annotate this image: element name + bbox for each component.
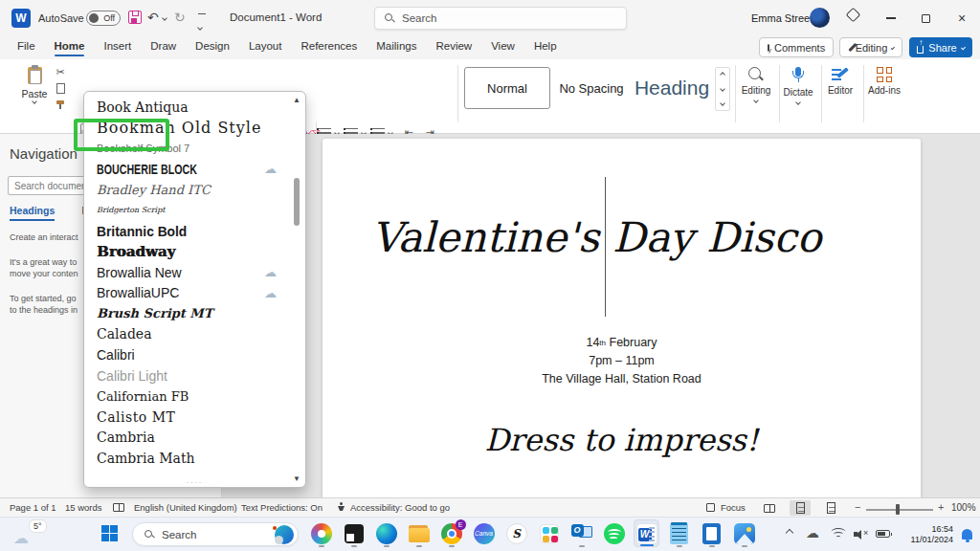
font-option[interactable]: Bradley Hand ITC <box>84 179 305 200</box>
start-button[interactable] <box>101 525 118 541</box>
font-option[interactable]: BOUCHERIE BLOCK☁ <box>84 159 305 180</box>
editing-mode-button[interactable]: Editing <box>839 37 902 57</box>
font-option[interactable]: Britannic Bold <box>84 221 305 242</box>
taskbar-app-dark-app-icon[interactable] <box>341 519 367 547</box>
share-button[interactable]: Share <box>909 37 972 57</box>
taskbar-app-photos-icon[interactable] <box>731 519 757 547</box>
onedrive-icon[interactable]: ☁ <box>806 525 819 540</box>
tab-design[interactable]: Design <box>186 36 239 57</box>
undo-icon[interactable]: ↶ <box>147 10 159 25</box>
taskbar-app-word-icon[interactable]: W <box>634 519 659 547</box>
battery-icon[interactable] <box>876 530 890 538</box>
read-mode-icon[interactable] <box>759 500 780 516</box>
taskbar-app-substack-icon[interactable]: S <box>503 519 529 547</box>
zoom-out-icon[interactable]: − <box>855 501 860 513</box>
styles-gallery-arrows[interactable] <box>715 67 730 111</box>
taskbar-app-docs-icon[interactable] <box>699 519 724 547</box>
word-count[interactable]: 15 words <box>65 502 102 513</box>
tab-help[interactable]: Help <box>524 36 567 57</box>
tab-home[interactable]: Home <box>45 36 95 57</box>
print-layout-icon[interactable] <box>790 500 811 516</box>
style-no-spacing[interactable]: No Spacing <box>555 67 628 109</box>
font-option[interactable]: Browallia New☁ <box>84 262 305 283</box>
zoom-in-icon[interactable]: + <box>938 501 944 513</box>
font-option[interactable]: Calisto MT <box>84 407 305 428</box>
tab-layout[interactable]: Layout <box>239 36 292 57</box>
text-predictions[interactable]: Text Predictions: On <box>241 502 323 513</box>
save-icon[interactable] <box>128 11 142 24</box>
font-option[interactable]: Book Antiqua <box>84 97 305 118</box>
web-layout-icon[interactable] <box>820 500 841 516</box>
undo-chevron-icon[interactable] <box>162 15 167 21</box>
autosave-toggle[interactable]: Off <box>86 11 121 26</box>
cut-icon[interactable]: ✂ <box>56 67 64 77</box>
format-painter-icon[interactable] <box>56 99 65 109</box>
zoom-slider[interactable] <box>866 509 933 511</box>
search-input[interactable]: Search <box>374 7 627 30</box>
style-normal[interactable]: Normal <box>464 67 550 109</box>
font-option[interactable]: Cambria Math <box>84 448 305 469</box>
taskbar-app-explorer-icon[interactable] <box>406 519 432 547</box>
taskbar-app-chrome-icon[interactable]: E <box>438 519 464 547</box>
zoom-level[interactable]: 100% <box>951 502 976 513</box>
dropdown-scrollbar[interactable]: ▲ ▼ <box>291 96 302 483</box>
style-heading[interactable]: Heading <box>630 67 714 109</box>
taskbar-app-edge-icon[interactable] <box>373 519 399 547</box>
paste-button[interactable]: Paste <box>17 65 52 121</box>
clock[interactable]: 16:54 11/01/2024 <box>911 524 953 544</box>
restore-button[interactable] <box>911 8 940 29</box>
font-option[interactable]: Cambria <box>84 428 305 449</box>
font-option[interactable]: Calibri <box>84 344 305 365</box>
taskbar-app-slack-icon[interactable] <box>536 519 562 547</box>
font-option[interactable]: Californian FB <box>84 386 305 407</box>
taskbar-app-paint-icon[interactable] <box>308 519 334 547</box>
scrollbar-thumb[interactable] <box>294 178 300 226</box>
tab-draw[interactable]: Draw <box>141 36 186 57</box>
tab-mailings[interactable]: Mailings <box>367 36 426 57</box>
minimize-button[interactable] <box>877 8 905 29</box>
comments-button[interactable]: Comments <box>759 37 834 57</box>
taskbar-search-input[interactable]: Search <box>132 522 299 546</box>
taskbar-app-canva-icon[interactable]: Canva <box>471 519 497 547</box>
nav-tab-headings[interactable]: Headings <box>10 205 55 221</box>
notifications-bell-icon[interactable] <box>962 529 972 540</box>
editor-button[interactable]: Editor <box>819 67 861 96</box>
user-name[interactable]: Emma Street <box>751 12 813 24</box>
font-option[interactable]: Bridgerton Script <box>84 200 305 221</box>
avatar[interactable] <box>810 8 830 28</box>
gallery-down-icon[interactable] <box>716 82 729 97</box>
gem-icon[interactable] <box>846 8 861 23</box>
taskbar-app-spotify-icon[interactable] <box>601 519 627 547</box>
taskbar-app-outlook-icon[interactable]: O <box>568 519 594 547</box>
proofing-book-icon[interactable] <box>113 502 124 513</box>
tab-references[interactable]: References <box>291 36 367 57</box>
copy-icon[interactable] <box>56 83 65 94</box>
scroll-up-icon[interactable]: ▲ <box>293 96 301 104</box>
volume-muted-icon[interactable]: × <box>854 529 869 539</box>
dropdown-resize-handle[interactable]: ···· <box>84 479 305 486</box>
weather-cloud-icon[interactable]: ☁ <box>13 529 29 547</box>
dictate-button[interactable]: Dictate <box>777 67 819 104</box>
addins-button[interactable]: Add-ins <box>863 67 905 96</box>
focus-button[interactable]: Focus <box>721 502 746 513</box>
gallery-expand-icon[interactable] <box>716 96 729 110</box>
accessibility-status[interactable]: Accessibility: Good to go <box>350 502 450 513</box>
close-button[interactable]: × <box>947 8 976 29</box>
gallery-up-icon[interactable] <box>716 68 729 82</box>
redo-icon[interactable]: ↻ <box>174 10 186 25</box>
taskbar-app-notepad-icon[interactable] <box>666 519 692 547</box>
tab-review[interactable]: Review <box>426 36 481 57</box>
document-page[interactable]: Valentine's Day Disco 14th February 7pm … <box>323 139 921 497</box>
font-option[interactable]: Broadway <box>84 241 305 262</box>
editing-button[interactable]: Editing <box>735 67 777 102</box>
font-option[interactable]: BrowalliaUPC☁ <box>84 282 305 303</box>
font-option[interactable]: Calibri Light <box>84 365 305 386</box>
tab-insert[interactable]: Insert <box>94 36 141 57</box>
tab-file[interactable]: File <box>8 36 45 57</box>
tab-view[interactable]: View <box>481 36 524 57</box>
font-option[interactable]: Caladea <box>84 324 305 345</box>
wifi-icon[interactable] <box>831 528 846 540</box>
font-option[interactable]: Brush Script MT <box>84 303 305 324</box>
zoom-slider-thumb[interactable] <box>896 504 900 515</box>
weather-temp[interactable]: 5° <box>29 519 47 533</box>
